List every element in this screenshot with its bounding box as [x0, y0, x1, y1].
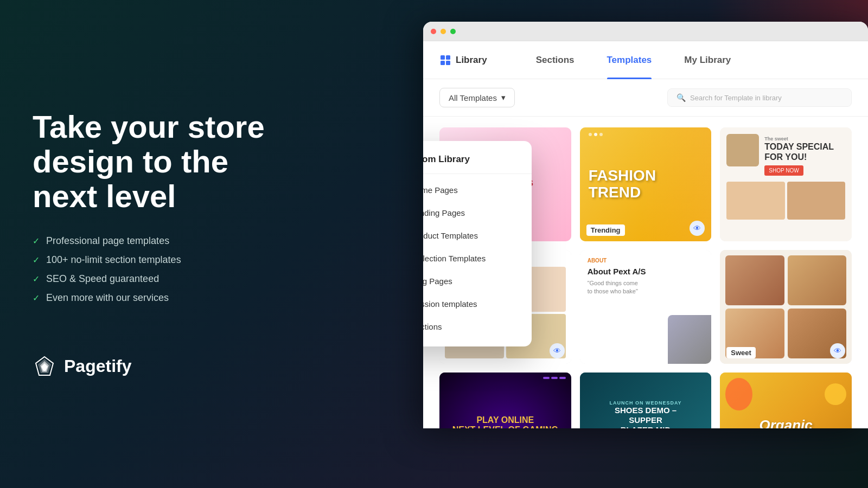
library-popup: Choose From Library ▶ 14 Home Pages ▶ 14…: [423, 141, 532, 346]
popup-item-home-pages[interactable]: ▶ 14 Home Pages: [423, 178, 532, 201]
logo-area: Pagetify: [33, 355, 293, 378]
right-panel: Library Sections Templates My Library Al…: [326, 0, 868, 488]
template-card-today[interactable]: The sweet TODAY SPECIALFOR YOU! SHOP NOW: [720, 127, 852, 241]
tab-templates[interactable]: Templates: [591, 41, 668, 79]
left-panel: Take your store design to the next level…: [0, 0, 326, 488]
popup-title: Choose From Library: [423, 154, 532, 174]
trending-label: Trending: [586, 224, 625, 236]
template-card-gaming[interactable]: PLAY ONLINENEXT LEVEL OF GAMING PLAY NOW…: [439, 373, 571, 428]
hero-title: Take your store design to the next level: [33, 110, 293, 213]
check-icon: ✓: [33, 274, 40, 284]
browser-minimize-dot: [441, 29, 446, 34]
popup-item-blog-pages[interactable]: ▶ 14 Blog Pages: [423, 269, 532, 292]
feature-item: ✓ 100+ no-limit section templates: [33, 254, 293, 266]
preview-button[interactable]: 👁: [830, 343, 845, 358]
home-pages-label: Home Pages: [423, 185, 458, 195]
tab-sections[interactable]: Sections: [520, 41, 591, 79]
landing-pages-label: Landing Pages: [423, 208, 465, 217]
tab-my-library[interactable]: My Library: [668, 41, 747, 79]
popup-item-landing-pages[interactable]: ▶ 14 Landing Pages: [423, 201, 532, 224]
popup-item-sections[interactable]: ▶ 99+ Sections: [423, 315, 532, 338]
popup-item-collection-templates[interactable]: ▶ 14 Collection Templates: [423, 247, 532, 269]
feature-item: ✓ Professional page templates: [33, 235, 293, 247]
product-templates-label: Product Templates: [423, 231, 478, 240]
blog-pages-label: Blog Pages: [423, 277, 452, 286]
svg-rect-7: [446, 61, 450, 65]
all-templates-dropdown[interactable]: All Templates ▾: [439, 88, 515, 107]
collection-templates-label: Collection Templates: [423, 254, 486, 263]
preview-button[interactable]: 👁: [550, 343, 565, 358]
nav-library-link[interactable]: Library: [439, 54, 487, 66]
popup-item-session-templates[interactable]: ▶ 5 Session templates: [423, 292, 532, 315]
check-icon: ✓: [33, 255, 40, 265]
grid-icon: [439, 54, 451, 66]
sweet-label: Sweet: [726, 347, 756, 358]
chevron-down-icon: ▾: [501, 93, 506, 102]
session-templates-label: Session templates: [423, 299, 477, 309]
pagetify-logo-text: Pagetify: [64, 356, 131, 376]
search-box[interactable]: 🔍 Search for Template in library: [667, 88, 852, 107]
browser-close-dot: [431, 29, 436, 34]
svg-rect-6: [441, 61, 445, 65]
svg-rect-5: [446, 55, 450, 60]
svg-rect-4: [441, 55, 445, 60]
features-list: ✓ Professional page templates ✓ 100+ no-…: [33, 235, 293, 311]
template-card-shoes[interactable]: LAUNCH ON WEDNESDAY SHOES DEMO –SUPPERBL…: [580, 373, 712, 428]
pagetify-logo-icon: [33, 355, 56, 378]
browser-maximize-dot: [450, 29, 456, 34]
sections-label: Sections: [423, 322, 442, 331]
nav-tabs: Library Sections Templates My Library: [423, 41, 868, 79]
popup-item-product-templates[interactable]: ▶ 14 Product Templates: [423, 224, 532, 247]
toolbar: All Templates ▾ 🔍 Search for Template in…: [423, 79, 868, 117]
check-icon: ✓: [33, 293, 40, 303]
template-card-organic[interactable]: OrganicHigh Quality: [720, 373, 852, 428]
check-icon: ✓: [33, 236, 40, 246]
template-card-bakery[interactable]: Sweet 👁: [720, 250, 852, 364]
search-icon: 🔍: [676, 93, 686, 102]
feature-item: ✓ SEO & Speed guaranteed: [33, 273, 293, 285]
template-card-fashion[interactable]: FASHIONTREND Trending 👁: [580, 127, 712, 241]
browser-mockup: Library Sections Templates My Library Al…: [423, 22, 868, 428]
feature-item: ✓ Even more with our services: [33, 292, 293, 304]
template-card-about[interactable]: ABOUT About Pext A/S "Good things cometo…: [580, 250, 712, 364]
browser-bar: [423, 22, 868, 41]
